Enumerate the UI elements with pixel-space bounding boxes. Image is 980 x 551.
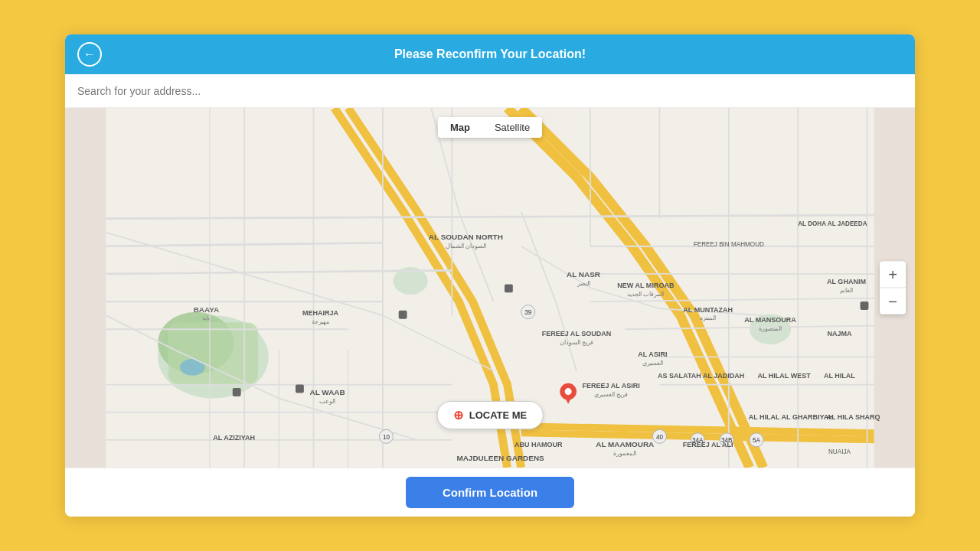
back-button[interactable]: ←: [77, 42, 102, 67]
svg-text:FEREEJ BIN MAHMOUD: FEREEJ BIN MAHMOUD: [694, 241, 764, 248]
locate-me-button[interactable]: ⊕ LOCATE ME: [437, 401, 544, 429]
svg-text:FEREEJ AL SOUDAN: FEREEJ AL SOUDAN: [542, 330, 612, 337]
svg-text:النصر: النصر: [577, 280, 590, 287]
svg-text:AL HILAL: AL HILAL: [824, 372, 855, 380]
svg-text:AL AZIZIYAH: AL AZIZIYAH: [213, 434, 255, 442]
map-type-satellite-button[interactable]: Satellite: [482, 117, 542, 138]
svg-text:AS SALATAH AL JADIDAH: AS SALATAH AL JADIDAH: [658, 372, 744, 380]
svg-text:الغانم: الغانم: [840, 287, 853, 294]
svg-text:39: 39: [524, 309, 532, 316]
svg-text:NEW AL MIROAB: NEW AL MIROAB: [617, 282, 675, 289]
svg-text:AL HILA SHARQ: AL HILA SHARQ: [826, 413, 880, 421]
svg-text:AL HILAL WEST: AL HILAL WEST: [757, 372, 811, 380]
svg-text:الصودان الشمال: الصودان الشمال: [446, 243, 486, 249]
svg-text:AL NASR: AL NASR: [567, 270, 600, 279]
svg-point-83: [565, 388, 572, 395]
svg-text:MAJDULEEN GARDENS: MAJDULEEN GARDENS: [456, 454, 544, 462]
locate-icon: ⊕: [453, 408, 463, 422]
search-bar: [65, 74, 915, 108]
svg-text:FEREEJ AL ASIRI: FEREEJ AL ASIRI: [583, 382, 640, 390]
footer: Confirm Location: [65, 468, 915, 517]
svg-text:مهيرجة: مهيرجة: [312, 318, 329, 325]
search-input[interactable]: [77, 85, 903, 97]
svg-text:AL GHANIM: AL GHANIM: [827, 278, 866, 285]
zoom-out-button[interactable]: −: [880, 289, 906, 315]
locate-me-label: LOCATE ME: [469, 409, 528, 421]
svg-text:BAAYA: BAAYA: [194, 305, 220, 314]
svg-rect-89: [296, 385, 304, 393]
header: ← Please Reconfirm Your Location!: [65, 34, 915, 74]
svg-text:NUAIJA: NUAIJA: [828, 448, 851, 455]
map-type-map-button[interactable]: Map: [438, 117, 482, 138]
svg-text:العسيري: العسيري: [642, 360, 663, 367]
svg-rect-87: [861, 302, 869, 310]
svg-rect-86: [505, 284, 513, 292]
svg-text:AL MAAMOURA: AL MAAMOURA: [596, 440, 654, 448]
svg-text:باية: باية: [202, 315, 210, 321]
svg-text:المنصورة: المنصورة: [759, 325, 782, 332]
svg-text:المنتزه: المنتزه: [700, 315, 716, 321]
header-title: Please Reconfirm Your Location!: [394, 47, 586, 61]
svg-text:الوعب: الوعب: [319, 398, 335, 405]
svg-rect-90: [233, 388, 241, 396]
zoom-in-button[interactable]: +: [880, 262, 906, 288]
svg-text:5A: 5A: [753, 437, 761, 444]
svg-text:40: 40: [656, 434, 664, 441]
svg-text:10: 10: [383, 434, 390, 441]
svg-text:MEHAIRJA: MEHAIRJA: [302, 309, 339, 317]
app-container: ← Please Reconfirm Your Location!: [65, 34, 915, 517]
svg-text:NAJMA: NAJMA: [827, 330, 852, 337]
svg-text:AL MANSOURA: AL MANSOURA: [744, 316, 796, 324]
svg-text:فريج العسيري: فريج العسيري: [594, 391, 628, 398]
svg-text:AL DOHA AL JADEEDA: AL DOHA AL JADEEDA: [798, 220, 867, 227]
svg-text:AL MUNTAZAH: AL MUNTAZAH: [683, 306, 733, 314]
svg-text:ABU HAMOUR: ABU HAMOUR: [514, 441, 563, 448]
confirm-location-button[interactable]: Confirm Location: [406, 477, 574, 508]
map-type-toggle: Map Satellite: [438, 117, 542, 138]
svg-text:فريج السودان: فريج السودان: [560, 339, 593, 346]
svg-rect-88: [399, 311, 407, 319]
svg-text:AL HILAL AL GHARBIYAH: AL HILAL AL GHARBIYAH: [749, 413, 834, 421]
back-icon: ←: [83, 47, 96, 61]
svg-text:المرقاب الجديد: المرقاب الجديد: [627, 291, 664, 298]
zoom-controls: + −: [880, 262, 906, 315]
svg-text:AL WAAB: AL WAAB: [309, 388, 345, 396]
svg-text:المعمورة: المعمورة: [613, 450, 636, 457]
svg-text:AL ASIRI: AL ASIRI: [638, 350, 667, 358]
svg-text:AL SOUDAN NORTH: AL SOUDAN NORTH: [429, 233, 503, 241]
svg-text:FEREEJ AL ALI: FEREEJ AL ALI: [683, 441, 733, 448]
map-area: 10 40 34A 34B 5A 39 AL SOUDAN NORTH الصو…: [65, 108, 915, 468]
